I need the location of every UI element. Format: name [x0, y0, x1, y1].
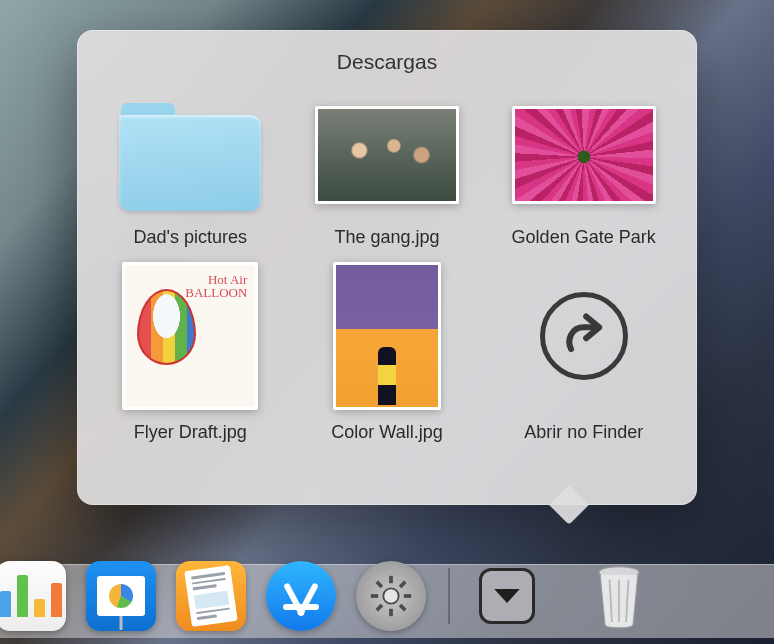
downloads-stack-popup: Descargas Dad's pictures The gang.jpg Go…: [77, 30, 697, 505]
stack-item-folder-dads-pictures[interactable]: Dad's pictures: [108, 92, 273, 248]
stack-item-label: The gang.jpg: [334, 227, 439, 248]
svg-rect-6: [375, 604, 383, 612]
stack-item-label: Dad's pictures: [134, 227, 247, 248]
svg-rect-7: [375, 580, 383, 588]
image-thumbnail: [115, 260, 265, 412]
svg-rect-1: [389, 576, 393, 583]
stack-item-the-gang[interactable]: The gang.jpg: [304, 92, 469, 248]
open-in-finder-icon: [509, 260, 659, 412]
svg-rect-5: [399, 580, 407, 588]
stack-grid: Dad's pictures The gang.jpg Golden Gate …: [107, 92, 667, 443]
image-thumbnail: [509, 92, 659, 217]
dock-app-keynote[interactable]: [86, 561, 156, 631]
stack-item-label: Color Wall.jpg: [331, 422, 442, 443]
svg-rect-3: [371, 594, 378, 598]
presentation-icon: [97, 576, 145, 616]
trash-icon: [590, 563, 648, 629]
svg-point-0: [383, 588, 398, 603]
dock-app-appstore[interactable]: [266, 561, 336, 631]
stack-item-color-wall[interactable]: Color Wall.jpg: [304, 260, 469, 443]
gear-icon: [365, 570, 417, 622]
chevron-down-icon: [479, 568, 535, 624]
dock-app-system-preferences[interactable]: [356, 561, 426, 631]
stack-item-flyer-draft[interactable]: Flyer Draft.jpg: [108, 260, 273, 443]
folder-icon: [115, 92, 265, 217]
open-in-finder-button[interactable]: Abrir no Finder: [501, 260, 666, 443]
stack-title: Descargas: [107, 50, 667, 74]
dock-app-pages[interactable]: [176, 561, 246, 631]
image-thumbnail: [312, 260, 462, 412]
image-thumbnail: [312, 92, 462, 217]
dock-trash[interactable]: [584, 561, 654, 631]
dock-separator: [448, 568, 450, 624]
appstore-icon: [281, 576, 321, 616]
svg-rect-4: [404, 594, 411, 598]
stack-item-label: Golden Gate Park: [512, 227, 656, 248]
svg-rect-2: [389, 609, 393, 616]
stack-item-label: Flyer Draft.jpg: [134, 422, 247, 443]
svg-rect-8: [399, 604, 407, 612]
chart-icon: [0, 575, 62, 617]
dock-app-numbers[interactable]: [0, 561, 66, 631]
dock-downloads-stack[interactable]: [472, 561, 542, 631]
open-in-finder-label: Abrir no Finder: [524, 422, 643, 443]
dock: [0, 554, 774, 638]
stack-item-golden-gate-park[interactable]: Golden Gate Park: [501, 92, 666, 248]
document-icon: [184, 565, 237, 627]
